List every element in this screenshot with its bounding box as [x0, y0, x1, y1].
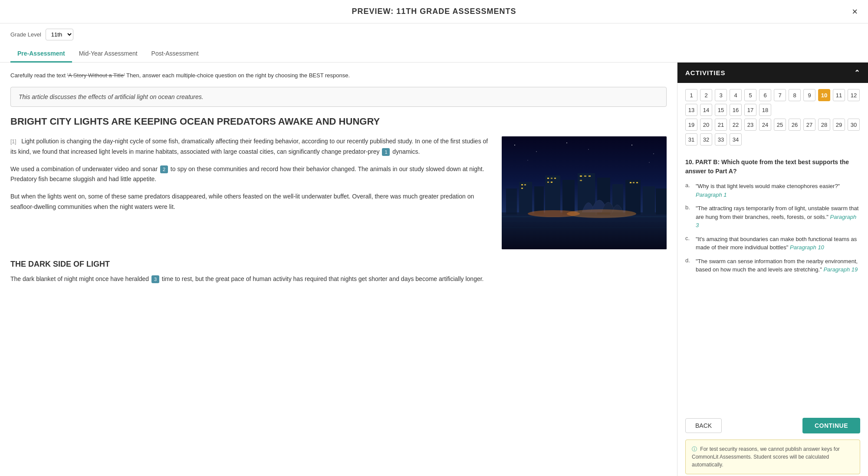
svg-rect-28: [630, 182, 631, 183]
option-text-a: "Why is that light levels would make cte…: [696, 182, 860, 199]
tab-mid-year[interactable]: Mid-Year Assessment: [72, 46, 145, 63]
svg-rect-29: [633, 182, 635, 183]
option-text-c: "It's amazing that boundaries can make b…: [696, 235, 860, 252]
svg-rect-17: [524, 184, 526, 185]
question-area: 10. PART B: Which quote from the text be…: [677, 152, 868, 412]
option-link-d[interactable]: Paragraph 19: [823, 266, 858, 273]
num-btn-25[interactable]: 25: [774, 119, 786, 131]
num-btn-34[interactable]: 34: [730, 133, 742, 145]
svg-rect-21: [554, 178, 556, 179]
svg-rect-8: [545, 175, 560, 215]
svg-rect-5: [506, 188, 517, 215]
header-title: PREVIEW: 11TH GRADE ASSESSMENTS: [352, 7, 516, 16]
num-btn-4[interactable]: 4: [730, 89, 742, 101]
svg-point-38: [653, 153, 654, 154]
paragraph-section2-1: The dark blanket of night might once hav…: [10, 274, 667, 284]
num-btn-8[interactable]: 8: [789, 89, 801, 101]
num-btn-5[interactable]: 5: [744, 89, 756, 101]
button-row: BACK CONTINUE: [677, 412, 868, 440]
main-layout: Carefully read the text 'A Story Without…: [0, 63, 868, 476]
answer-option-b: b. "The attracting rays temporarily from…: [685, 204, 860, 230]
summary-box: This article discusses the effects of ar…: [10, 87, 667, 107]
activities-header: ACTIVITIES ⌃: [677, 63, 868, 83]
question-part: PART B:: [695, 159, 720, 165]
tab-post-assessment[interactable]: Post-Assessment: [145, 46, 206, 63]
num-btn-32[interactable]: 32: [700, 133, 712, 145]
option-letter-a: a.: [685, 182, 692, 188]
activities-chevron-icon[interactable]: ⌃: [854, 69, 860, 77]
header: PREVIEW: 11TH GRADE ASSESSMENTS ×: [0, 0, 868, 23]
svg-rect-16: [521, 184, 523, 185]
svg-rect-18: [521, 188, 523, 189]
option-link-c[interactable]: Paragraph 10: [790, 244, 824, 251]
svg-rect-22: [547, 182, 549, 183]
num-btn-26[interactable]: 26: [789, 119, 801, 131]
num-btn-11[interactable]: 11: [833, 89, 845, 101]
tabs: Pre-Assessment Mid-Year Assessment Post-…: [0, 46, 868, 63]
para-num-1: [1]: [10, 139, 16, 145]
num-btn-19[interactable]: 19: [685, 119, 697, 131]
activities-panel: ACTIVITIES ⌃ 1 2 3 4 5 6 7 8 9 10 11 12 …: [677, 63, 868, 476]
paragraph-1: [1] Light pollution is changing the day-…: [10, 136, 493, 157]
footnote-3: 3: [151, 275, 159, 283]
num-btn-15[interactable]: 15: [715, 104, 727, 116]
continue-button[interactable]: CONTINUE: [802, 418, 860, 433]
option-link-b[interactable]: Paragraph 3: [696, 214, 856, 229]
svg-point-32: [567, 209, 636, 218]
num-btn-18[interactable]: 18: [759, 104, 771, 116]
num-btn-9[interactable]: 9: [803, 89, 815, 101]
svg-rect-24: [580, 175, 582, 177]
num-btn-2[interactable]: 2: [700, 89, 712, 101]
num-btn-6[interactable]: 6: [759, 89, 771, 101]
close-button[interactable]: ×: [852, 6, 858, 17]
num-btn-27[interactable]: 27: [803, 119, 815, 131]
option-letter-b: b.: [685, 204, 692, 211]
num-btn-29[interactable]: 29: [833, 119, 845, 131]
num-btn-23[interactable]: 23: [744, 119, 756, 131]
svg-rect-27: [580, 180, 582, 181]
num-btn-22[interactable]: 22: [730, 119, 742, 131]
section-heading-2: THE DARK SIDE OF LIGHT: [10, 260, 667, 269]
num-btn-24[interactable]: 24: [759, 119, 771, 131]
svg-point-40: [649, 162, 649, 162]
svg-rect-20: [551, 178, 552, 179]
svg-rect-7: [534, 186, 544, 215]
num-btn-12[interactable]: 12: [848, 89, 860, 101]
city-skyline-svg: [502, 136, 667, 249]
svg-rect-15: [656, 188, 667, 215]
num-btn-3[interactable]: 3: [715, 89, 727, 101]
svg-rect-14: [643, 186, 655, 215]
summary-text: This article discusses the effects of ar…: [19, 93, 204, 100]
option-letter-d: d.: [685, 257, 692, 264]
grade-label: Grade Level: [10, 31, 41, 38]
num-btn-28[interactable]: 28: [818, 119, 830, 131]
svg-point-39: [527, 160, 528, 160]
num-btn-17[interactable]: 17: [744, 104, 756, 116]
instruction-suffix: Then, answer each multiple-choice questi…: [126, 72, 350, 79]
info-icon: ⓘ: [692, 446, 697, 452]
num-btn-1[interactable]: 1: [685, 89, 697, 101]
instruction-prefix: Carefully read the text: [10, 72, 66, 79]
num-btn-10[interactable]: 10: [818, 89, 830, 101]
num-btn-13[interactable]: 13: [685, 104, 697, 116]
svg-point-37: [631, 145, 632, 145]
num-btn-30[interactable]: 30: [848, 119, 860, 131]
instruction-strikethrough: 'A Story Without a Title': [67, 72, 125, 79]
num-btn-31[interactable]: 31: [685, 133, 697, 145]
num-btn-14[interactable]: 14: [700, 104, 712, 116]
svg-point-34: [536, 151, 537, 152]
question-label: 10. PART B: Which quote from the text be…: [685, 158, 860, 176]
svg-rect-13: [625, 180, 641, 215]
tab-pre-assessment[interactable]: Pre-Assessment: [10, 46, 72, 63]
grade-select[interactable]: 9th 10th 11th 12th: [46, 29, 73, 40]
num-btn-16[interactable]: 16: [730, 104, 742, 116]
svg-rect-30: [636, 182, 638, 183]
number-row-1: 1 2 3 4 5 6 7 8 9 10 11 12 13 14 15 16 1…: [685, 89, 860, 116]
city-lights-image: [502, 136, 667, 249]
num-btn-20[interactable]: 20: [700, 119, 712, 131]
num-btn-33[interactable]: 33: [715, 133, 727, 145]
option-link-a[interactable]: Paragraph 1: [696, 192, 727, 198]
num-btn-7[interactable]: 7: [774, 89, 786, 101]
num-btn-21[interactable]: 21: [715, 119, 727, 131]
back-button[interactable]: BACK: [685, 418, 722, 433]
